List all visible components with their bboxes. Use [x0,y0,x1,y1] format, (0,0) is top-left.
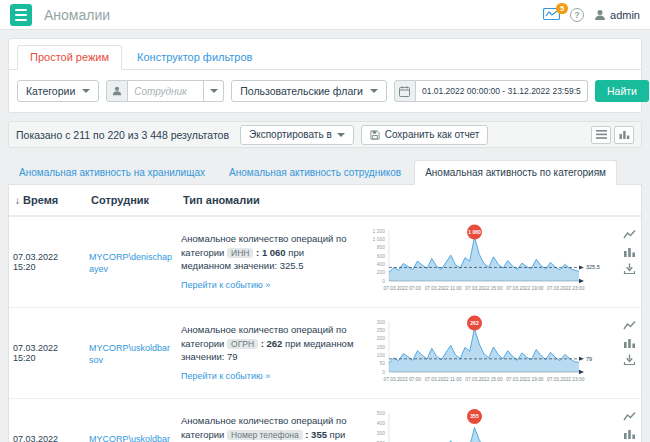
category-badge: ИНН [227,248,253,258]
row-time: 07.03.2022 15:20 [9,216,85,308]
employee-input-group [106,80,224,102]
svg-text:300: 300 [377,319,386,325]
chart-view-toggle[interactable] [614,126,634,144]
activity-monitor-icon[interactable]: 5 [543,8,560,22]
bar-chart-icon[interactable] [623,246,636,257]
anomaly-chart: 500400300200100010507.03.2022 07:0007.03… [359,405,617,442]
filter-panel: Простой режим Конструктор фильтров Катег… [8,38,642,113]
table-row: 07.03.2022 15:20 MYCORP\denischapayev Ан… [9,216,641,308]
svg-text:07.03.2022 15:00: 07.03.2022 15:00 [465,286,503,291]
notification-badge[interactable]: 5 [556,3,568,14]
svg-text:500: 500 [377,410,386,416]
svg-text:262: 262 [470,320,479,326]
table-body: 07.03.2022 15:20 MYCORP\denischapayev Ан… [9,216,641,442]
date-range-group [394,80,588,102]
categories-dropdown[interactable]: Категории [17,80,99,102]
svg-text:150: 150 [377,344,386,350]
svg-text:07.03.2022 23:00: 07.03.2022 23:00 [547,286,585,291]
category-badge: ОГРН [227,339,258,349]
anomaly-table: ↓Время Сотрудник Тип аномалии 07.03.2022… [9,185,641,442]
user-flags-dropdown-label: Пользовательские флаги [240,85,363,97]
svg-text:300: 300 [377,430,386,436]
svg-text:07.03.2022 19:00: 07.03.2022 19:00 [506,286,544,291]
top-header: Аномалии 5 ? admin [0,0,650,30]
svg-text:400: 400 [377,261,386,267]
svg-text:79: 79 [586,356,592,362]
employee-link[interactable]: MYCORP\uskoldbarsov [89,343,170,365]
svg-text:800: 800 [377,244,386,250]
export-button[interactable]: Экспортировать в [240,125,354,145]
view-tabs: Аномальная активность на хранилищах Аном… [8,160,642,185]
svg-text:400: 400 [377,420,386,426]
chevron-down-icon [82,89,90,93]
download-icon[interactable] [623,263,636,274]
svg-text:07.03.2022 11:00: 07.03.2022 11:00 [425,286,462,291]
col-time: ↓Время [9,185,85,216]
tab-anomaly-storages[interactable]: Аномальная активность на хранилищах [8,160,216,185]
row-time: 07.03.2022 15:20 [9,308,85,399]
svg-text:250: 250 [377,327,386,333]
svg-text:600: 600 [377,253,386,259]
bar-chart-icon[interactable] [623,428,636,439]
chevron-down-icon [210,89,218,93]
svg-text:100: 100 [377,352,386,358]
svg-text:325.5: 325.5 [586,264,600,270]
line-chart-icon[interactable] [623,229,636,240]
svg-text:07.03.2022 15:00: 07.03.2022 15:00 [465,377,503,382]
download-icon[interactable] [623,354,636,365]
header-actions: 5 ? admin [543,8,640,22]
svg-text:355: 355 [470,413,479,419]
hamburger-icon [15,9,27,11]
svg-text:1 000: 1 000 [372,236,385,242]
tab-simple-mode[interactable]: Простой режим [17,45,122,70]
svg-text:200: 200 [377,335,386,341]
app-root: Аномалии 5 ? admin Простой режим [0,0,650,442]
calendar-icon [394,80,416,102]
export-button-label: Экспортировать в [249,129,332,140]
svg-text:0: 0 [382,369,385,375]
date-range-input[interactable] [416,80,588,102]
anomaly-description: Аномальное количество операций по катего… [181,323,355,364]
save-report-button[interactable]: Сохранить как отчет [361,125,489,145]
svg-text:07.03.2022 07:00: 07.03.2022 07:00 [384,286,422,291]
anomaly-chart: 3002502001501005007907.03.2022 07:0007.0… [359,314,617,390]
tab-filter-constructor[interactable]: Конструктор фильтров [124,45,265,70]
user-flags-dropdown[interactable]: Пользовательские флаги [231,80,387,102]
anomaly-value: : 1 060 [256,247,286,258]
svg-text:1 060: 1 060 [468,229,481,235]
sort-desc-icon[interactable]: ↓ [15,195,20,206]
tab-anomaly-employees[interactable]: Аномальная активность сотрудников [218,160,412,185]
svg-text:0: 0 [382,278,385,284]
bar-chart-icon[interactable] [623,337,636,348]
chevron-down-icon [337,133,345,137]
person-icon [106,80,128,102]
svg-text:07.03.2022 11:00: 07.03.2022 11:00 [425,377,462,382]
event-link[interactable]: Перейти к событию » [181,279,270,292]
tab-anomaly-categories[interactable]: Аномальная активность по категориям [414,160,617,185]
save-report-button-label: Сохранить как отчет [385,129,480,140]
view-toggles [591,126,634,144]
table-header-row: ↓Время Сотрудник Тип аномалии [9,185,641,216]
svg-text:1 200: 1 200 [372,228,385,234]
save-icon [370,130,380,140]
category-badge: Номер телефона [227,430,303,440]
employee-input[interactable] [128,80,204,102]
svg-text:07.03.2022 23:00: 07.03.2022 23:00 [547,377,585,382]
user-icon [594,9,606,21]
page-title: Аномалии [44,7,110,23]
employee-link[interactable]: MYCORP\uskoldbarsov [89,434,170,442]
col-actions [617,185,641,216]
col-chart [359,185,617,216]
line-chart-icon[interactable] [623,411,636,422]
search-button[interactable]: Найти [595,80,649,102]
hamburger-menu-button[interactable] [10,4,32,26]
help-icon[interactable]: ? [570,8,584,22]
results-table-container: ↓Время Сотрудник Тип аномалии 07.03.2022… [8,184,642,442]
svg-text:50: 50 [379,360,385,366]
table-view-toggle[interactable] [591,126,611,144]
employee-dropdown-toggle[interactable] [204,80,224,102]
event-link[interactable]: Перейти к событию » [181,370,270,383]
employee-link[interactable]: MYCORP\denischapayev [89,252,172,274]
line-chart-icon[interactable] [623,320,636,331]
user-menu[interactable]: admin [594,9,640,21]
